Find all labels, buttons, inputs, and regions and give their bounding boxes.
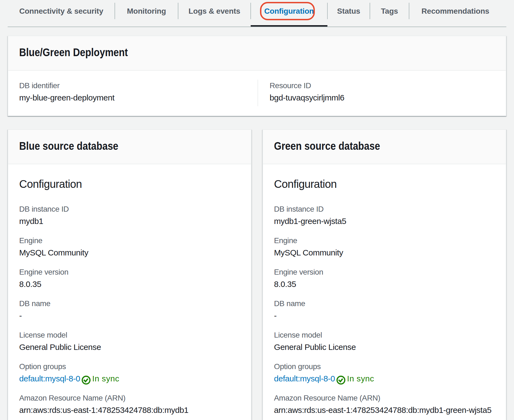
field-value: MySQL Community bbox=[19, 247, 240, 259]
blue-panel-body: Configuration DB instance ID mydb1 Engin… bbox=[8, 164, 251, 420]
blue-green-deployment-panel: Blue/Green Deployment DB identifier my-b… bbox=[8, 36, 506, 116]
field-label: Engine version bbox=[274, 266, 495, 278]
field-engine-version: Engine version 8.0.35 bbox=[19, 266, 240, 290]
tab-logs-events[interactable]: Logs & events bbox=[178, 0, 251, 27]
field-value: mydb1 bbox=[19, 215, 240, 227]
field-option-groups: Option groups default:mysql-8-0In sync bbox=[19, 361, 240, 385]
field-label: DB instance ID bbox=[19, 203, 240, 215]
field-value: 8.0.35 bbox=[19, 278, 240, 290]
tab-status[interactable]: Status bbox=[327, 0, 370, 27]
in-sync-status: In sync bbox=[92, 374, 119, 383]
tab-configuration[interactable]: Configuration bbox=[251, 0, 327, 27]
field-label: Engine bbox=[274, 235, 495, 247]
field-db-instance-id: DB instance ID mydb1-green-wjsta5 bbox=[274, 203, 495, 227]
field-label: Amazon Resource Name (ARN) bbox=[19, 392, 240, 404]
option-group-link[interactable]: default:mysql-8-0 bbox=[274, 374, 335, 383]
tab-list: Connectivity & security Monitoring Logs … bbox=[8, 0, 514, 27]
tab-recommendations[interactable]: Recommendations bbox=[409, 0, 502, 27]
green-panel-title: Green source database bbox=[274, 139, 467, 153]
field-value: General Public License bbox=[274, 341, 495, 353]
field-label: Engine bbox=[19, 235, 240, 247]
field-db-instance-id: DB instance ID mydb1 bbox=[19, 203, 240, 227]
deployment-panel-title: Blue/Green Deployment bbox=[19, 46, 435, 59]
blue-configuration-heading: Configuration bbox=[19, 177, 240, 191]
field-engine-version: Engine version 8.0.35 bbox=[274, 266, 495, 290]
blue-panel-header: Blue source database bbox=[8, 130, 251, 164]
db-identifier-label: DB identifier bbox=[19, 80, 258, 92]
in-sync-check-icon bbox=[336, 376, 345, 385]
field-value: MySQL Community bbox=[274, 247, 495, 259]
field-engine: Engine MySQL Community bbox=[274, 235, 495, 259]
field-label: Option groups bbox=[274, 361, 495, 373]
tab-monitoring[interactable]: Monitoring bbox=[115, 0, 178, 27]
green-panel-body: Configuration DB instance ID mydb1-green… bbox=[263, 164, 506, 420]
field-db-name: DB name - bbox=[274, 298, 495, 322]
blue-source-database-panel: Blue source database Configuration DB in… bbox=[8, 129, 252, 420]
field-label: Amazon Resource Name (ARN) bbox=[274, 392, 495, 404]
field-label: Option groups bbox=[19, 361, 240, 373]
tab-connectivity-security[interactable]: Connectivity & security bbox=[8, 0, 115, 27]
deployment-panel-header: Blue/Green Deployment bbox=[8, 36, 506, 71]
field-value: - bbox=[19, 310, 240, 322]
field-label: DB instance ID bbox=[274, 203, 495, 215]
resource-id-label: Resource ID bbox=[270, 80, 495, 92]
tab-bar: Connectivity & security Monitoring Logs … bbox=[0, 0, 514, 27]
tab-tags[interactable]: Tags bbox=[370, 0, 409, 27]
field-option-groups: Option groups default:mysql-8-0In sync bbox=[274, 361, 495, 385]
field-value: arn:aws:rds:us-east-1:478253424788:db:my… bbox=[274, 404, 495, 416]
field-label: Engine version bbox=[19, 266, 240, 278]
green-source-database-panel: Green source database Configuration DB i… bbox=[262, 129, 506, 420]
annotation-highlight-ring bbox=[260, 2, 315, 20]
field-value: arn:aws:rds:us-east-1:478253424788:db:my… bbox=[19, 404, 240, 416]
source-databases-row: Blue source database Configuration DB in… bbox=[8, 129, 506, 420]
green-configuration-heading: Configuration bbox=[274, 177, 495, 191]
field-license-model: License model General Public License bbox=[274, 329, 495, 353]
db-identifier-field: DB identifier my-blue-green-deployment bbox=[19, 80, 258, 106]
green-panel-header: Green source database bbox=[263, 130, 506, 164]
page-content: Blue/Green Deployment DB identifier my-b… bbox=[8, 36, 506, 420]
field-value: mydb1-green-wjsta5 bbox=[274, 215, 495, 227]
field-license-model: License model General Public License bbox=[19, 329, 240, 353]
field-label: License model bbox=[274, 329, 495, 341]
resource-id-field: Resource ID bgd-tuvaqsycirljmml6 bbox=[258, 80, 495, 106]
field-value: - bbox=[274, 310, 495, 322]
db-identifier-value: my-blue-green-deployment bbox=[19, 92, 258, 104]
field-arn: Amazon Resource Name (ARN) arn:aws:rds:u… bbox=[274, 392, 495, 416]
field-value: 8.0.35 bbox=[274, 278, 495, 290]
tab-bar-rule bbox=[8, 27, 506, 27]
field-engine: Engine MySQL Community bbox=[19, 235, 240, 259]
field-value: General Public License bbox=[19, 341, 240, 353]
in-sync-status: In sync bbox=[347, 374, 374, 383]
field-label: DB name bbox=[274, 298, 495, 310]
resource-id-value: bgd-tuvaqsycirljmml6 bbox=[270, 92, 495, 104]
deployment-panel-body: DB identifier my-blue-green-deployment R… bbox=[8, 71, 506, 106]
field-label: License model bbox=[19, 329, 240, 341]
blue-panel-title: Blue source database bbox=[19, 139, 212, 153]
field-arn: Amazon Resource Name (ARN) arn:aws:rds:u… bbox=[19, 392, 240, 416]
option-group-link[interactable]: default:mysql-8-0 bbox=[19, 374, 80, 383]
field-db-name: DB name - bbox=[19, 298, 240, 322]
field-label: DB name bbox=[19, 298, 240, 310]
in-sync-check-icon bbox=[82, 376, 91, 385]
